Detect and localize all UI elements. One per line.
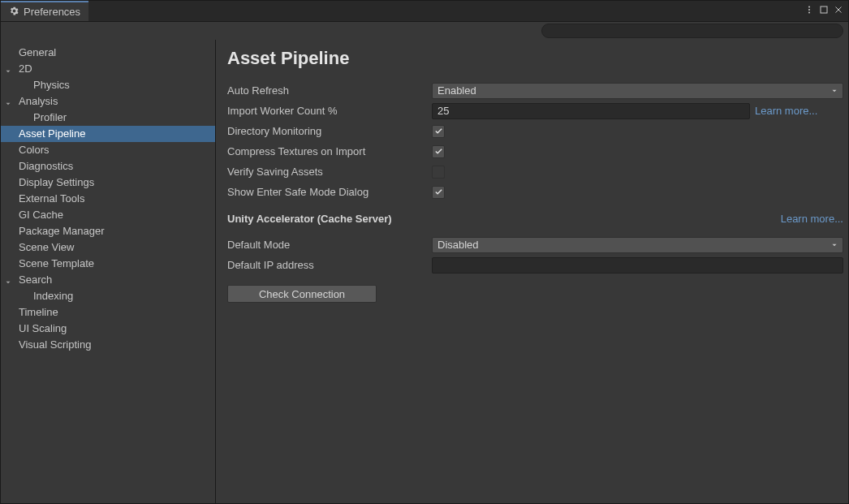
sidebar-item-timeline[interactable]: Timeline xyxy=(1,304,215,321)
sidebar-item-scene-view[interactable]: Scene View xyxy=(1,239,215,256)
tab-preferences[interactable]: Preferences xyxy=(1,1,88,21)
sidebar-item-label: Physics xyxy=(33,79,70,91)
page-title: Asset Pipeline xyxy=(227,48,843,69)
sidebar-item-label: GI Cache xyxy=(19,209,63,221)
sidebar-item-ui-scaling[interactable]: UI Scaling xyxy=(1,321,215,337)
directory-monitoring-label: Directory Monitoring xyxy=(227,125,432,137)
sidebar-item-external-tools[interactable]: External Tools xyxy=(1,191,215,207)
default-mode-dropdown[interactable]: Disabled xyxy=(432,237,843,253)
content-panel: Asset Pipeline Auto Refresh Enabled Impo… xyxy=(216,40,848,503)
check-icon xyxy=(434,127,443,136)
auto-refresh-label: Auto Refresh xyxy=(227,84,432,97)
sidebar-item-indexing[interactable]: Indexing xyxy=(1,288,215,304)
sidebar-item-label: Visual Scripting xyxy=(19,338,91,351)
expander-icon[interactable] xyxy=(4,64,14,74)
close-icon[interactable] xyxy=(834,5,843,17)
import-worker-label: Import Worker Count % xyxy=(227,105,432,117)
sidebar-item-label: UI Scaling xyxy=(19,322,67,334)
body: General2DPhysicsAnalysisProfilerAsset Pi… xyxy=(1,40,848,503)
sidebar-item-label: Search xyxy=(19,274,52,286)
maximize-icon[interactable] xyxy=(819,5,829,17)
sidebar-item-label: Scene View xyxy=(19,241,74,253)
default-mode-label: Default Mode xyxy=(227,239,432,251)
default-ip-label: Default IP address xyxy=(227,259,432,271)
learn-more-link-1[interactable]: Learn more... xyxy=(755,105,817,117)
preferences-window: Preferences General2DPhysicsAnalysisProf… xyxy=(0,0,849,504)
button-label: Check Connection xyxy=(259,288,345,300)
check-icon xyxy=(434,187,443,196)
expander-icon[interactable] xyxy=(4,275,14,285)
import-worker-input[interactable] xyxy=(432,103,750,119)
svg-point-0 xyxy=(808,6,810,8)
expander-icon[interactable] xyxy=(4,97,14,106)
kebab-menu-icon[interactable] xyxy=(804,5,814,17)
safe-mode-label: Show Enter Safe Mode Dialog xyxy=(227,186,432,198)
sidebar-item-label: Diagnostics xyxy=(19,160,73,172)
sidebar: General2DPhysicsAnalysisProfilerAsset Pi… xyxy=(1,40,216,503)
auto-refresh-dropdown[interactable]: Enabled xyxy=(432,83,843,99)
sidebar-item-search[interactable]: Search xyxy=(1,272,215,288)
sidebar-item-asset-pipeline[interactable]: Asset Pipeline xyxy=(1,126,215,142)
sidebar-item-label: Timeline xyxy=(19,306,58,318)
sidebar-item-diagnostics[interactable]: Diagnostics xyxy=(1,158,215,174)
dropdown-value: Enabled xyxy=(437,84,476,97)
accelerator-section-title: Unity Accelerator (Cache Server) xyxy=(227,213,392,225)
sidebar-item-label: Package Manager xyxy=(19,225,105,237)
sidebar-item-visual-scripting[interactable]: Visual Scripting xyxy=(1,337,215,353)
directory-monitoring-checkbox[interactable] xyxy=(432,125,445,138)
gear-icon xyxy=(9,6,19,19)
window-controls xyxy=(804,1,848,21)
default-ip-input[interactable] xyxy=(432,257,843,274)
tab-label: Preferences xyxy=(24,6,80,18)
sidebar-item-label: Colors xyxy=(19,144,50,156)
svg-point-1 xyxy=(808,9,810,11)
sidebar-item-general[interactable]: General xyxy=(1,45,215,61)
verify-saving-label: Verify Saving Assets xyxy=(227,166,432,178)
compress-textures-label: Compress Textures on Import xyxy=(227,145,432,157)
tab-spacer xyxy=(88,1,804,21)
sidebar-item-label: Scene Template xyxy=(19,257,94,269)
sidebar-item-physics[interactable]: Physics xyxy=(1,77,215,93)
tab-bar: Preferences xyxy=(1,1,848,22)
sidebar-item-label: Indexing xyxy=(33,290,73,302)
sidebar-item-scene-template[interactable]: Scene Template xyxy=(1,256,215,272)
sidebar-item-package-manager[interactable]: Package Manager xyxy=(1,223,215,239)
verify-saving-checkbox[interactable] xyxy=(432,166,445,179)
sidebar-item-label: General xyxy=(19,46,56,58)
safe-mode-checkbox[interactable] xyxy=(432,186,445,199)
learn-more-link-2[interactable]: Learn more... xyxy=(781,213,843,225)
dropdown-value: Disabled xyxy=(437,239,479,251)
sidebar-item-label: External Tools xyxy=(19,192,84,205)
sidebar-item-label: Profiler xyxy=(33,111,67,123)
search-bar xyxy=(1,22,848,40)
svg-rect-3 xyxy=(821,6,827,13)
sidebar-item-label: Analysis xyxy=(19,95,58,107)
sidebar-item-label: Display Settings xyxy=(19,176,94,188)
search-input[interactable] xyxy=(541,24,843,38)
sidebar-item-analysis[interactable]: Analysis xyxy=(1,93,215,110)
sidebar-item-profiler[interactable]: Profiler xyxy=(1,110,215,126)
check-connection-button[interactable]: Check Connection xyxy=(227,285,377,303)
sidebar-item-colors[interactable]: Colors xyxy=(1,142,215,158)
sidebar-item-label: 2D xyxy=(19,62,32,75)
sidebar-item-2d[interactable]: 2D xyxy=(1,61,215,77)
sidebar-item-label: Asset Pipeline xyxy=(19,127,85,140)
check-icon xyxy=(434,147,443,156)
sidebar-item-display-settings[interactable]: Display Settings xyxy=(1,174,215,191)
svg-point-2 xyxy=(808,12,810,14)
compress-textures-checkbox[interactable] xyxy=(432,145,445,158)
sidebar-item-gi-cache[interactable]: GI Cache xyxy=(1,207,215,223)
